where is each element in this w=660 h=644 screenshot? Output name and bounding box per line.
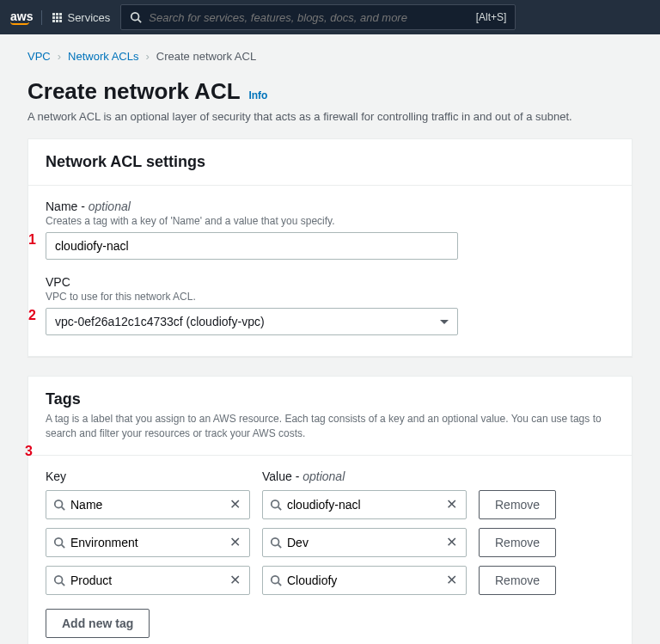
info-link[interactable]: Info: [248, 89, 267, 101]
svg-point-2: [55, 500, 63, 507]
global-search[interactable]: [Alt+S]: [120, 4, 516, 30]
clear-icon[interactable]: ✕: [444, 534, 459, 550]
svg-point-0: [131, 13, 139, 21]
tag-key-input[interactable]: [65, 573, 228, 587]
tag-key-wrap[interactable]: ✕: [46, 528, 250, 557]
grid-icon: [52, 13, 62, 22]
svg-point-4: [272, 500, 279, 507]
tag-row: ✕ ✕ Remove: [46, 566, 614, 595]
remove-tag-button[interactable]: Remove: [479, 528, 556, 557]
add-tag-button[interactable]: Add new tag: [46, 609, 150, 638]
optional-label: optional: [302, 469, 345, 483]
tags-panel-title: Tags: [46, 390, 614, 408]
name-desc: Creates a tag with a key of 'Name' and a…: [46, 215, 614, 227]
name-label: Name -: [46, 199, 89, 213]
settings-panel: Network ACL settings 1 Name - optional C…: [28, 138, 632, 357]
vpc-desc: VPC to use for this network ACL.: [46, 291, 614, 303]
tags-panel-desc: A tag is a label that you assign to an A…: [46, 412, 614, 441]
clear-icon[interactable]: ✕: [444, 496, 459, 512]
tag-key-input[interactable]: [65, 536, 228, 549]
search-shortcut: [Alt+S]: [476, 11, 507, 23]
name-input[interactable]: [46, 232, 458, 260]
clear-icon[interactable]: ✕: [444, 572, 459, 588]
chevron-right-icon: ›: [58, 50, 61, 63]
search-icon: [130, 11, 142, 23]
svg-line-1: [138, 20, 142, 23]
name-field: 1 Name - optional Creates a tag with a k…: [46, 199, 614, 260]
svg-point-6: [55, 537, 63, 545]
svg-line-11: [62, 582, 65, 586]
vpc-selected-value: vpc-0ef26a12c1c4733cf (cloudiofy-vpc): [55, 315, 265, 328]
page-description: A network ACL is an optional layer of se…: [28, 110, 632, 123]
breadcrumb-vpc[interactable]: VPC: [28, 50, 51, 63]
tag-value-input[interactable]: [282, 536, 444, 549]
search-icon: [53, 537, 65, 549]
clear-icon[interactable]: ✕: [228, 572, 242, 588]
annotation-marker-2: 2: [28, 308, 36, 323]
search-icon: [270, 499, 282, 511]
tag-key-input[interactable]: [65, 498, 228, 512]
key-column-header: Key: [46, 469, 250, 483]
tag-row: ✕ ✕ Remove: [46, 490, 614, 519]
tag-key-wrap[interactable]: ✕: [46, 566, 250, 595]
tags-panel: 3 Tags A tag is a label that you assign …: [28, 376, 632, 644]
tags-header-row: Key Value - optional: [46, 469, 614, 483]
search-input[interactable]: [149, 11, 468, 24]
vpc-field: 2 VPC VPC to use for this network ACL. v…: [46, 275, 614, 335]
svg-line-5: [278, 506, 282, 510]
svg-point-10: [55, 575, 63, 583]
value-column-header: Value -: [262, 469, 302, 483]
svg-point-12: [272, 575, 279, 583]
settings-panel-title: Network ACL settings: [46, 153, 614, 171]
clear-icon[interactable]: ✕: [228, 534, 242, 550]
tag-value-wrap[interactable]: ✕: [262, 566, 467, 595]
services-menu[interactable]: Services: [52, 11, 110, 24]
tag-value-wrap[interactable]: ✕: [262, 528, 467, 557]
svg-line-13: [278, 582, 282, 586]
annotation-marker-3: 3: [25, 444, 33, 459]
tag-value-input[interactable]: [282, 498, 444, 512]
chevron-right-icon: ›: [145, 50, 149, 63]
caret-down-icon: [440, 320, 449, 324]
remove-tag-button[interactable]: Remove: [479, 490, 556, 519]
tag-row: ✕ ✕ Remove: [46, 528, 614, 557]
search-icon: [53, 499, 65, 511]
remove-tag-button[interactable]: Remove: [479, 566, 556, 595]
svg-point-8: [272, 537, 279, 545]
clear-icon[interactable]: ✕: [228, 496, 242, 512]
search-icon: [270, 574, 282, 586]
breadcrumb-current: Create network ACL: [156, 50, 256, 63]
vpc-label: VPC: [46, 275, 614, 289]
tag-value-input[interactable]: [282, 573, 444, 587]
breadcrumb: VPC › Network ACLs › Create network ACL: [0, 34, 660, 70]
svg-line-7: [62, 544, 65, 548]
svg-line-3: [62, 506, 65, 510]
vpc-select[interactable]: vpc-0ef26a12c1c4733cf (cloudiofy-vpc): [46, 308, 458, 335]
breadcrumb-nacls[interactable]: Network ACLs: [68, 50, 138, 63]
top-nav: aws Services [Alt+S]: [0, 0, 660, 34]
annotation-marker-1: 1: [28, 232, 36, 248]
services-label: Services: [67, 11, 110, 24]
optional-label: optional: [89, 199, 131, 213]
page-title: Create network ACL: [28, 78, 241, 105]
tag-value-wrap[interactable]: ✕: [262, 490, 467, 519]
tag-key-wrap[interactable]: ✕: [46, 490, 250, 519]
svg-line-9: [278, 544, 282, 548]
aws-logo: aws: [10, 10, 42, 25]
search-icon: [270, 537, 282, 549]
search-icon: [53, 574, 65, 586]
